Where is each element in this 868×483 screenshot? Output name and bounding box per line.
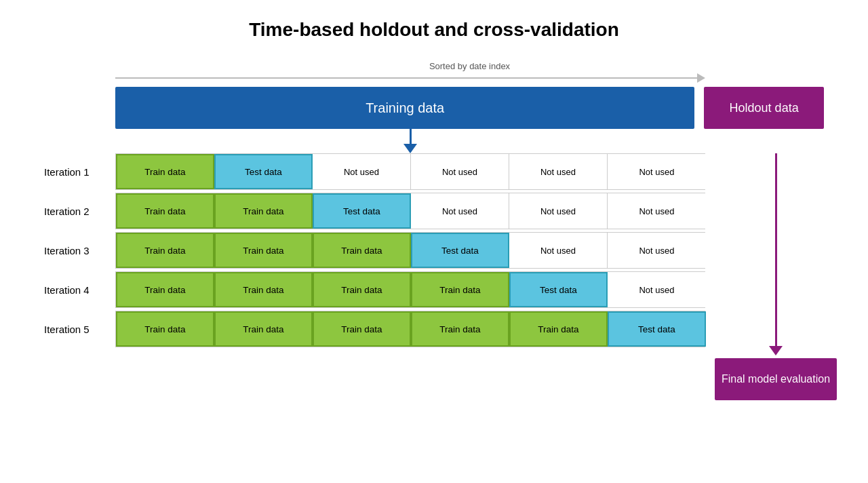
cell-train: Train data: [116, 154, 214, 189]
iteration-row: Iteration 2Train dataTrain dataTest data…: [44, 193, 705, 229]
down-arrow-head: [403, 144, 417, 153]
cell-train: Train data: [313, 272, 411, 307]
iteration-row: Iteration 3Train dataTrain dataTrain dat…: [44, 232, 705, 269]
cell-train: Train data: [411, 272, 509, 307]
cell-train: Train data: [313, 311, 411, 347]
cell-unused: Not used: [608, 193, 706, 229]
cell-train: Train data: [509, 311, 608, 347]
right-arrow-head: [769, 346, 783, 355]
cell-unused: Not used: [313, 154, 411, 189]
iteration-row: Iteration 1Train dataTest dataNot usedNo…: [44, 153, 705, 190]
cell-test: Test data: [608, 311, 706, 347]
final-eval-box: Final model evaluation: [715, 358, 837, 400]
top-data-row: Training data Holdout data: [44, 87, 824, 129]
cells-group: Train dataTrain dataTest dataNot usedNot…: [115, 193, 705, 229]
cell-unused: Not used: [411, 193, 509, 229]
cell-train: Train data: [116, 272, 214, 307]
arrow-line: [115, 77, 697, 79]
cell-unused: Not used: [608, 272, 706, 307]
cell-train: Train data: [214, 233, 313, 268]
cell-test: Test data: [214, 154, 313, 189]
cells-group: Train dataTrain dataTrain dataTrain data…: [115, 271, 705, 308]
cells-group: Train dataTest dataNot usedNot usedNot u…: [115, 153, 705, 190]
iterations-section: Iteration 1Train dataTest dataNot usedNo…: [44, 153, 705, 347]
cell-unused: Not used: [608, 233, 706, 268]
page-container: Time-based holdout and cross-validation …: [0, 0, 868, 483]
horizontal-arrow: [115, 73, 705, 83]
sorted-arrow-row: [44, 73, 824, 83]
cell-unused: Not used: [411, 154, 509, 189]
iteration-label: Iteration 4: [44, 284, 115, 296]
cells-group: Train dataTrain dataTrain dataTest dataN…: [115, 232, 705, 269]
iteration-label: Iteration 1: [44, 166, 115, 178]
cell-train: Train data: [214, 272, 313, 307]
cell-test: Test data: [509, 272, 608, 307]
down-arrow-line: [410, 129, 412, 144]
iteration-label: Iteration 3: [44, 245, 115, 256]
right-section: Final model evaluation: [715, 153, 837, 400]
iteration-label: Iteration 5: [44, 324, 115, 335]
cell-unused: Not used: [509, 193, 608, 229]
holdout-bar: Holdout data: [704, 87, 824, 129]
cell-unused: Not used: [509, 233, 608, 268]
arrow-tip: [697, 73, 705, 83]
iteration-row: Iteration 5Train dataTrain dataTrain dat…: [44, 311, 705, 347]
training-bar: Training data: [115, 87, 694, 129]
down-arrow: [403, 129, 417, 153]
cell-train: Train data: [116, 193, 214, 229]
cell-test: Test data: [313, 193, 411, 229]
cell-unused: Not used: [509, 154, 608, 189]
iterations-and-right: Iteration 1Train dataTest dataNot usedNo…: [44, 153, 824, 400]
cell-train: Train data: [116, 311, 214, 347]
cell-train: Train data: [411, 311, 509, 347]
cells-group: Train dataTrain dataTrain dataTrain data…: [115, 311, 705, 347]
cell-train: Train data: [313, 233, 411, 268]
page-title: Time-based holdout and cross-validation: [249, 19, 619, 41]
cell-train: Train data: [214, 193, 313, 229]
sorted-label: Sorted by date index: [44, 61, 824, 71]
right-arrow-container: [769, 153, 783, 355]
cell-test: Test data: [411, 233, 509, 268]
cell-train: Train data: [116, 233, 214, 268]
cell-unused: Not used: [608, 154, 706, 189]
right-arrow-line: [775, 153, 777, 346]
down-arrow-container: [44, 129, 824, 153]
cell-train: Train data: [214, 311, 313, 347]
iteration-label: Iteration 2: [44, 206, 115, 217]
down-arrow-wrapper: [115, 129, 705, 153]
iteration-row: Iteration 4Train dataTrain dataTrain dat…: [44, 271, 705, 308]
